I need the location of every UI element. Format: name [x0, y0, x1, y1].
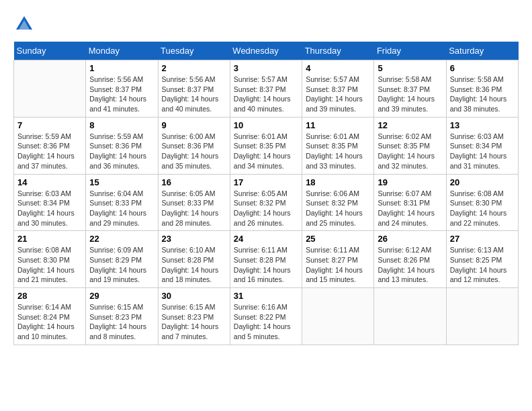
calendar-cell: 28 Sunrise: 6:14 AM Sunset: 8:24 PM Dayl… [14, 288, 86, 345]
daylight: Daylight: 14 hours and 31 minutes. [450, 152, 507, 170]
weekday-header: Thursday [302, 42, 374, 60]
calendar-cell [302, 288, 374, 345]
weekday-header: Monday [86, 42, 158, 60]
calendar-cell: 2 Sunrise: 5:56 AM Sunset: 8:37 PM Dayli… [158, 60, 230, 118]
sunrise: Sunrise: 5:59 AM [89, 132, 143, 140]
day-number: 31 [234, 291, 298, 301]
sunset: Sunset: 8:35 PM [234, 142, 286, 150]
calendar-cell: 3 Sunrise: 5:57 AM Sunset: 8:37 PM Dayli… [230, 60, 302, 118]
cell-info: Sunrise: 5:57 AM Sunset: 8:37 PM Dayligh… [234, 75, 298, 114]
cell-info: Sunrise: 5:59 AM Sunset: 8:36 PM Dayligh… [89, 132, 154, 171]
calendar-cell: 14 Sunrise: 6:03 AM Sunset: 8:34 PM Dayl… [14, 174, 86, 231]
calendar-week-row: 1 Sunrise: 5:56 AM Sunset: 8:37 PM Dayli… [14, 60, 519, 118]
sunset: Sunset: 8:36 PM [450, 85, 502, 93]
sunrise: Sunrise: 6:02 AM [378, 132, 431, 140]
sunrise: Sunrise: 6:12 AM [378, 246, 431, 254]
cell-info: Sunrise: 5:56 AM Sunset: 8:37 PM Dayligh… [89, 75, 154, 114]
day-number: 28 [17, 291, 82, 301]
cell-info: Sunrise: 6:11 AM Sunset: 8:27 PM Dayligh… [306, 245, 370, 285]
daylight: Daylight: 14 hours and 39 minutes. [306, 95, 363, 113]
day-number: 4 [306, 63, 370, 73]
cell-info: Sunrise: 6:05 AM Sunset: 8:32 PM Dayligh… [234, 189, 298, 228]
day-number: 9 [162, 120, 226, 130]
sunrise: Sunrise: 5:57 AM [234, 75, 287, 83]
day-number: 27 [450, 234, 515, 244]
day-number: 13 [450, 120, 515, 130]
sunrise: Sunrise: 6:01 AM [234, 132, 287, 140]
cell-info: Sunrise: 6:09 AM Sunset: 8:29 PM Dayligh… [89, 245, 154, 285]
sunset: Sunset: 8:28 PM [162, 256, 214, 264]
sunset: Sunset: 8:32 PM [306, 199, 358, 207]
daylight: Daylight: 14 hours and 36 minutes. [89, 152, 146, 170]
sunrise: Sunrise: 5:59 AM [17, 132, 71, 140]
sunrise: Sunrise: 5:56 AM [162, 75, 216, 83]
weekday-header: Sunday [14, 42, 86, 60]
calendar-week-row: 14 Sunrise: 6:03 AM Sunset: 8:34 PM Dayl… [14, 174, 519, 231]
cell-info: Sunrise: 5:57 AM Sunset: 8:37 PM Dayligh… [306, 75, 370, 114]
day-number: 3 [234, 63, 298, 73]
cell-info: Sunrise: 5:58 AM Sunset: 8:36 PM Dayligh… [450, 75, 515, 114]
sunset: Sunset: 8:26 PM [378, 256, 430, 264]
sunset: Sunset: 8:37 PM [378, 85, 430, 93]
sunrise: Sunrise: 6:08 AM [17, 246, 71, 254]
sunset: Sunset: 8:22 PM [234, 313, 286, 321]
sunrise: Sunrise: 6:07 AM [378, 189, 431, 197]
calendar-cell: 7 Sunrise: 5:59 AM Sunset: 8:36 PM Dayli… [14, 117, 86, 174]
day-number: 7 [17, 120, 82, 130]
sunrise: Sunrise: 6:05 AM [162, 189, 216, 197]
cell-info: Sunrise: 6:14 AM Sunset: 8:24 PM Dayligh… [17, 302, 82, 342]
sunrise: Sunrise: 6:03 AM [17, 189, 71, 197]
calendar-cell: 22 Sunrise: 6:09 AM Sunset: 8:29 PM Dayl… [86, 231, 158, 288]
cell-info: Sunrise: 6:11 AM Sunset: 8:28 PM Dayligh… [234, 245, 298, 285]
calendar-cell: 11 Sunrise: 6:01 AM Sunset: 8:35 PM Dayl… [302, 117, 374, 174]
day-number: 1 [89, 63, 154, 73]
day-number: 8 [89, 120, 154, 130]
day-number: 10 [234, 120, 298, 130]
daylight: Daylight: 14 hours and 41 minutes. [89, 95, 146, 113]
sunset: Sunset: 8:34 PM [17, 199, 70, 207]
day-number: 29 [89, 291, 154, 301]
sunset: Sunset: 8:25 PM [450, 256, 502, 264]
day-number: 21 [17, 234, 82, 244]
calendar-cell [374, 288, 446, 345]
calendar-cell [14, 60, 86, 118]
logo-icon [13, 13, 35, 35]
daylight: Daylight: 14 hours and 12 minutes. [450, 266, 507, 284]
day-number: 2 [162, 63, 226, 73]
cell-info: Sunrise: 6:05 AM Sunset: 8:33 PM Dayligh… [162, 189, 226, 228]
daylight: Daylight: 14 hours and 28 minutes. [162, 209, 219, 227]
cell-info: Sunrise: 6:06 AM Sunset: 8:32 PM Dayligh… [306, 189, 370, 228]
calendar-cell [446, 288, 518, 345]
day-number: 25 [306, 234, 370, 244]
cell-info: Sunrise: 5:58 AM Sunset: 8:37 PM Dayligh… [378, 75, 442, 114]
sunset: Sunset: 8:34 PM [450, 142, 502, 150]
sunset: Sunset: 8:32 PM [234, 199, 286, 207]
sunrise: Sunrise: 6:01 AM [306, 132, 359, 140]
daylight: Daylight: 14 hours and 7 minutes. [162, 322, 219, 340]
cell-info: Sunrise: 6:15 AM Sunset: 8:23 PM Dayligh… [162, 302, 226, 342]
daylight: Daylight: 14 hours and 21 minutes. [17, 266, 75, 284]
calendar-cell: 24 Sunrise: 6:11 AM Sunset: 8:28 PM Dayl… [230, 231, 302, 288]
daylight: Daylight: 14 hours and 30 minutes. [17, 209, 75, 227]
day-number: 6 [450, 63, 515, 73]
cell-info: Sunrise: 6:01 AM Sunset: 8:35 PM Dayligh… [234, 132, 298, 171]
daylight: Daylight: 14 hours and 39 minutes. [378, 95, 435, 113]
cell-info: Sunrise: 6:08 AM Sunset: 8:30 PM Dayligh… [450, 189, 515, 228]
sunrise: Sunrise: 6:03 AM [450, 132, 504, 140]
day-number: 22 [89, 234, 154, 244]
daylight: Daylight: 14 hours and 19 minutes. [89, 266, 146, 284]
daylight: Daylight: 14 hours and 40 minutes. [234, 95, 291, 113]
calendar-cell: 30 Sunrise: 6:15 AM Sunset: 8:23 PM Dayl… [158, 288, 230, 345]
daylight: Daylight: 14 hours and 10 minutes. [17, 322, 75, 340]
sunrise: Sunrise: 6:06 AM [306, 189, 359, 197]
daylight: Daylight: 14 hours and 24 minutes. [378, 209, 435, 227]
sunset: Sunset: 8:28 PM [234, 256, 286, 264]
day-number: 16 [162, 177, 226, 187]
calendar-cell: 29 Sunrise: 6:15 AM Sunset: 8:23 PM Dayl… [86, 288, 158, 345]
calendar-cell: 18 Sunrise: 6:06 AM Sunset: 8:32 PM Dayl… [302, 174, 374, 231]
cell-info: Sunrise: 5:56 AM Sunset: 8:37 PM Dayligh… [162, 75, 226, 114]
sunset: Sunset: 8:36 PM [89, 142, 142, 150]
cell-info: Sunrise: 6:03 AM Sunset: 8:34 PM Dayligh… [450, 132, 515, 171]
cell-info: Sunrise: 6:13 AM Sunset: 8:25 PM Dayligh… [450, 245, 515, 285]
day-number: 19 [378, 177, 442, 187]
